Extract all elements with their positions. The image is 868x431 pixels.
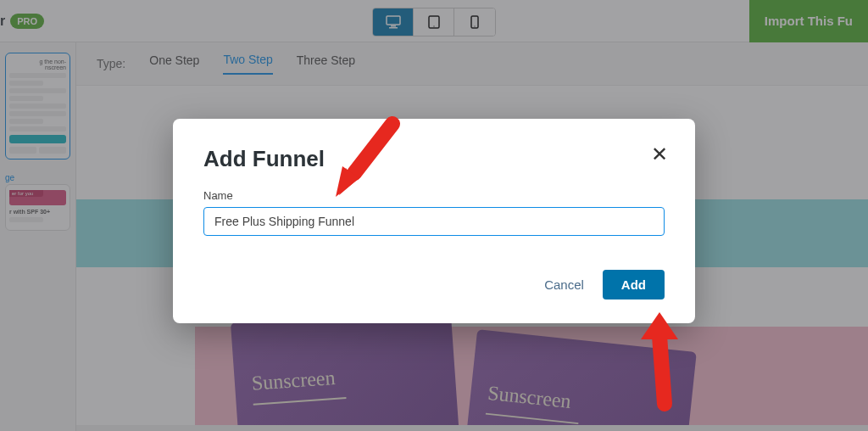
close-button[interactable]: ✕ (651, 144, 668, 165)
funnel-name-input[interactable] (203, 207, 665, 236)
modal-title: Add Funnel (203, 146, 665, 172)
modal-overlay[interactable]: Add Funnel ✕ Name Cancel Add (0, 0, 868, 431)
close-icon: ✕ (651, 143, 668, 165)
cancel-button[interactable]: Cancel (544, 277, 584, 292)
add-button[interactable]: Add (603, 270, 665, 299)
name-label: Name (203, 189, 665, 202)
add-funnel-modal: Add Funnel ✕ Name Cancel Add (173, 119, 695, 323)
